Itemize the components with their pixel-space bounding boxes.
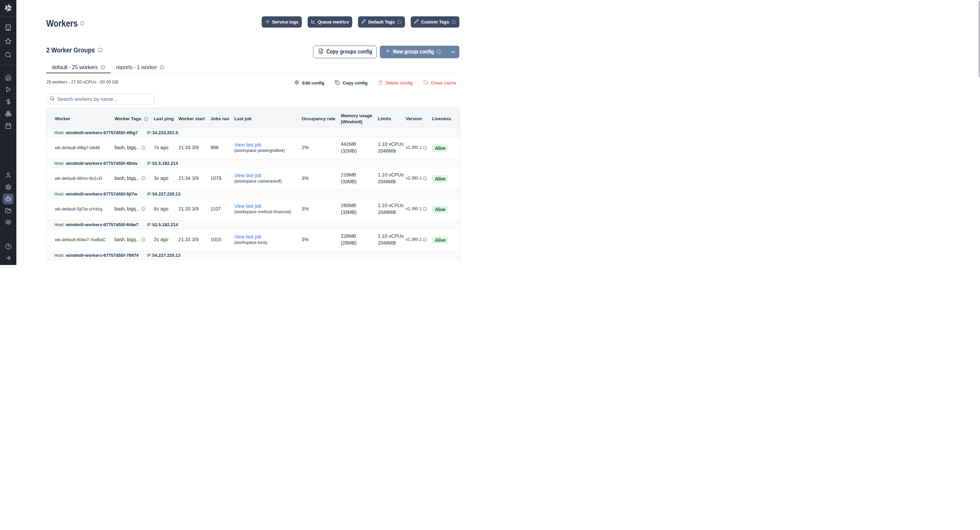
- queue-metrics-button[interactable]: Queue metrics: [308, 16, 353, 27]
- sidebar-item-folders[interactable]: [0, 205, 16, 217]
- sidebar-item-search[interactable]: [0, 48, 16, 62]
- host-row: Host: windmill-workers-67757d55f-49tg7 I…: [47, 128, 460, 137]
- version-wrap: v1.390.1: [406, 236, 427, 243]
- worker-start: 21:33 3/9: [179, 206, 199, 212]
- jobs-ran: 1107: [211, 206, 221, 212]
- user-icon: [5, 172, 11, 179]
- tab-default[interactable]: default - 25 workers: [46, 64, 111, 73]
- worker-name: wk-default-4llmv-9v1cG: [55, 175, 102, 182]
- tags-info-icon[interactable]: [141, 207, 146, 211]
- host-prefix: Host:: [54, 161, 66, 166]
- version-wrap: v1.390.1: [406, 175, 427, 182]
- view-last-job-link[interactable]: View last job: [234, 234, 261, 239]
- sidebar-item-favorites[interactable]: [0, 34, 16, 48]
- memory-windmill: (33MB): [341, 209, 357, 215]
- host-row: Host: windmill-workers-67757d55f-6l4w7 I…: [47, 220, 460, 229]
- worker-groups-info-icon[interactable]: [98, 48, 103, 53]
- new-group-config-label: New group config: [393, 48, 434, 55]
- tags-info-icon[interactable]: [141, 145, 146, 150]
- tags-info-icon[interactable]: [141, 238, 146, 242]
- sidebar-item-home[interactable]: [0, 72, 16, 84]
- line-chart-icon: [311, 19, 315, 25]
- host-label: Host: windmill-workers-67757d55f-49tg7: [54, 130, 138, 135]
- sidebar-item-collapse[interactable]: [0, 252, 16, 264]
- host-row: Host: windmill-workers-67757d55f-5jt7w I…: [47, 189, 460, 199]
- sidebar-item-variables[interactable]: [0, 96, 16, 108]
- sidebar-item-apps[interactable]: [0, 21, 16, 34]
- sidebar-item-settings[interactable]: [0, 181, 16, 193]
- limits-cpu: 1.10 vCPUs: [378, 172, 404, 177]
- custom-tags-info-icon[interactable]: [452, 20, 456, 24]
- eye-icon: [5, 219, 11, 225]
- sidebar-item-schedules[interactable]: [0, 120, 16, 132]
- tab-reports[interactable]: reports - 1 worker: [111, 64, 170, 73]
- sidebar-item-runs[interactable]: [0, 83, 16, 96]
- worker-row: wk-default-4llmv-9v1cG bash, bigq... 3s …: [47, 168, 460, 189]
- memory-usage: 280MB(33MB): [341, 202, 357, 216]
- clean-cache-link[interactable]: Clean cache: [423, 80, 456, 86]
- host-label: Host: windmill-workers-67757d55f-5jt7w: [54, 192, 137, 196]
- windmill-logo[interactable]: [0, 0, 16, 16]
- col-memory: Memory usage(Windmill): [341, 112, 372, 125]
- service-logs-button[interactable]: Service logs: [262, 16, 302, 27]
- col-worker-start-label: Worker start: [179, 116, 205, 122]
- sidebar-item-help[interactable]: [0, 241, 16, 252]
- host-ip-value: 52.5.182.214: [152, 161, 178, 166]
- last-job: View last job(workspace camerastuff): [234, 173, 282, 184]
- title-info-icon[interactable]: [80, 21, 84, 26]
- limits: 1.10 vCPUs2048MB: [378, 172, 404, 185]
- dollar-icon: [5, 99, 11, 105]
- worker-groups-buttons: Copy groups config New group config: [313, 46, 460, 59]
- col-last-job: Last job: [234, 116, 252, 122]
- memory-usage: 442MB(32MB): [341, 141, 357, 155]
- last-job: View last job(workspace method-financial…: [234, 203, 291, 215]
- worker-name: wk-default-5jt7w-oYdcq: [55, 206, 102, 212]
- version-info-icon[interactable]: [423, 176, 427, 180]
- new-group-config-main[interactable]: New group config: [380, 46, 447, 59]
- limits-cpu: 1.10 vCPUs: [378, 203, 404, 208]
- worker-row: wk-default-5jt7w-oYdcq bash, bigq... 6s …: [47, 199, 460, 220]
- liveness-badge: Alive: [432, 144, 449, 152]
- sidebar-item-resources[interactable]: [0, 108, 16, 120]
- col-last-job-label: Last job: [234, 116, 252, 122]
- view-last-job-link[interactable]: View last job: [234, 142, 261, 147]
- edit-config-link[interactable]: Edit config: [294, 80, 324, 86]
- last-job: View last job(workspace luna): [234, 234, 267, 246]
- boxes-icon: [5, 110, 11, 117]
- sidebar-item-audit[interactable]: [0, 216, 16, 228]
- delete-config-link[interactable]: Delete config: [378, 80, 413, 86]
- tab-reports-info-icon[interactable]: [160, 65, 164, 69]
- new-group-config-button[interactable]: New group config: [380, 46, 460, 59]
- new-group-config-info-icon[interactable]: [437, 49, 441, 54]
- default-tags-info-icon[interactable]: [397, 20, 401, 24]
- bot-icon: [5, 196, 11, 202]
- host-label: Host: windmill-workers-67757d55f-4llmv: [54, 161, 138, 166]
- default-tags-button[interactable]: Default Tags: [358, 16, 405, 27]
- tab-default-info-icon[interactable]: [101, 65, 105, 69]
- view-last-job-link[interactable]: View last job: [234, 203, 261, 209]
- sidebar-item-workers[interactable]: [0, 193, 16, 205]
- col-last-ping: Last ping: [154, 116, 174, 122]
- worker-groups-title: 2 Worker Groups: [46, 46, 95, 54]
- version-info-icon[interactable]: [423, 238, 427, 242]
- table-header: Worker Worker Tags Last ping Worker star…: [47, 108, 460, 128]
- worker-tags-info-icon[interactable]: [144, 117, 148, 121]
- memory-header-line2: (Windmill): [341, 119, 363, 125]
- copy-config-link[interactable]: Copy config: [335, 80, 367, 86]
- search-input[interactable]: [57, 96, 151, 102]
- view-last-job-link[interactable]: View last job: [234, 173, 261, 178]
- ip-prefix: IP:: [147, 192, 153, 196]
- version-info-icon[interactable]: [423, 145, 427, 150]
- tags-info-icon[interactable]: [141, 176, 146, 180]
- copy-groups-config-button[interactable]: Copy groups config: [313, 46, 377, 59]
- custom-tags-button[interactable]: Custom Tags: [411, 16, 460, 27]
- version-info-icon[interactable]: [423, 207, 427, 211]
- worker-tags-text: bash, bigq...: [115, 145, 140, 150]
- limits: 1.10 vCPUs2048MB: [378, 141, 404, 155]
- sidebar-item-users[interactable]: [0, 169, 16, 181]
- host-row: Host: windmill-workers-67757d55f-4llmv I…: [47, 159, 460, 168]
- calendar-icon: [5, 123, 11, 129]
- host-ip: IP:54.227.220.13: [147, 253, 181, 258]
- col-limits: Limits: [378, 116, 391, 122]
- new-group-config-caret[interactable]: [447, 46, 460, 59]
